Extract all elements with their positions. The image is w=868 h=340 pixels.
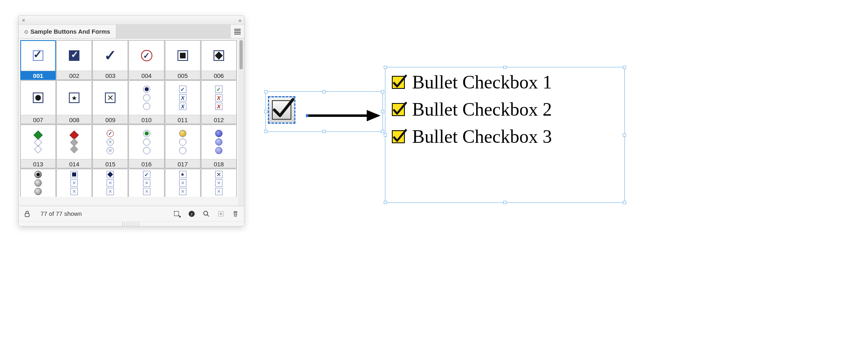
library-item-010[interactable]: 010 (128, 80, 164, 124)
library-item-004[interactable]: ✓ 004 (128, 40, 164, 80)
panel-tab-bar: ◇ Sample Buttons And Forms (19, 25, 244, 39)
panel-menu-button[interactable] (230, 25, 244, 38)
sample-buttons-forms-panel: × « ◇ Sample Buttons And Forms ✓ 001 ✓ 0… (18, 15, 244, 226)
library-item-008[interactable]: ★ 008 (56, 80, 92, 124)
text-frame[interactable]: Bullet Checkbox 1 Bullet Checkbox 2 Bull… (385, 67, 625, 203)
library-item-label: 015 (93, 159, 128, 168)
library-item-017[interactable]: 017 (165, 125, 201, 168)
library-item-021[interactable]: ✕ ✕ (92, 169, 128, 197)
close-icon[interactable]: × (22, 17, 25, 24)
panel-title: Sample Buttons And Forms (30, 28, 110, 35)
dragged-checkbox-sample[interactable] (268, 96, 295, 124)
library-item-label: 016 (129, 159, 164, 168)
library-item-019[interactable] (20, 169, 56, 197)
bullet-checkbox-icon[interactable] (392, 130, 405, 143)
svg-point-4 (204, 211, 208, 215)
panel-resize-grip[interactable]: |||||||||| (19, 221, 244, 226)
library-item-label: 017 (165, 159, 200, 168)
trash-icon[interactable] (231, 210, 240, 217)
library-item-label: 010 (129, 115, 164, 124)
library-item-001[interactable]: ✓ 001 (20, 40, 56, 80)
library-item-020[interactable]: ✕ ✕ (56, 169, 92, 197)
bullet-checkbox-icon[interactable] (392, 76, 405, 89)
tab-dropdown-icon: ◇ (24, 29, 28, 34)
library-item-005[interactable]: 005 (165, 40, 201, 80)
library-item-018[interactable]: 018 (201, 125, 237, 168)
library-item-012[interactable]: ✓ X X 012 (201, 80, 237, 124)
panel-scrollbar[interactable] (238, 39, 244, 206)
library-item-label: 018 (201, 159, 236, 168)
scrollbar-thumb[interactable] (239, 40, 243, 69)
library-item-023[interactable]: ★ ✕ ✕ (165, 169, 201, 197)
bullet-text: Bullet Checkbox 3 (412, 126, 552, 147)
library-item-009[interactable]: ✕ 009 (92, 80, 128, 124)
info-icon[interactable]: i (187, 210, 196, 217)
library-item-label: 011 (165, 115, 200, 124)
library-item-022[interactable]: ✓ ✕ ✕ (128, 169, 164, 197)
form-library-grid: ✓ 001 ✓ 002 ✓ 003 ✓ 004 005 (19, 39, 238, 206)
library-item-label: 012 (201, 115, 236, 124)
library-item-015[interactable]: ✓ ✕ ✕ 015 (92, 125, 128, 168)
library-item-label: 003 (93, 71, 128, 80)
new-icon[interactable] (216, 210, 225, 217)
library-item-011[interactable]: ✓ X X 011 (165, 80, 201, 124)
library-item-007[interactable]: 007 (20, 80, 56, 124)
library-item-label: 002 (57, 71, 92, 80)
library-item-016[interactable]: 016 (128, 125, 164, 168)
panel-footer: 77 of 77 shown i (19, 206, 244, 221)
bullet-line-2: Bullet Checkbox 2 (392, 99, 618, 120)
panel-status: 77 of 77 shown (41, 210, 167, 217)
svg-rect-1 (174, 211, 179, 216)
bullet-line-3: Bullet Checkbox 3 (392, 126, 618, 147)
bullet-text: Bullet Checkbox 2 (412, 99, 552, 120)
svg-marker-7 (367, 110, 381, 121)
library-item-label: 014 (57, 159, 92, 168)
library-item-label: 013 (21, 159, 56, 168)
collapse-icon[interactable]: « (238, 17, 241, 24)
library-item-014[interactable]: 014 (56, 125, 92, 168)
library-item-label: 008 (57, 115, 92, 124)
library-item-003[interactable]: ✓ 003 (92, 40, 128, 80)
library-item-label: 001 (21, 71, 56, 80)
arrow-icon (306, 108, 381, 124)
library-item-label: 004 (129, 71, 164, 80)
library-item-006[interactable]: 006 (201, 40, 237, 80)
library-item-label: 006 (201, 71, 236, 80)
library-item-024[interactable]: ✕ ✕ ✕ (201, 169, 237, 197)
svg-text:i: i (191, 211, 192, 216)
bullet-line-1: Bullet Checkbox 1 (392, 71, 618, 93)
bullet-checkbox-icon[interactable] (392, 103, 405, 116)
lock-icon[interactable] (23, 211, 32, 217)
panel-tab-sample-buttons[interactable]: ◇ Sample Buttons And Forms (19, 25, 116, 38)
library-item-label: 005 (165, 71, 200, 80)
library-item-013[interactable]: 013 (20, 125, 56, 168)
svg-rect-0 (25, 213, 29, 217)
library-item-label: 009 (93, 115, 128, 124)
bullet-text: Bullet Checkbox 1 (412, 71, 552, 93)
library-item-label: 007 (21, 115, 56, 124)
place-library-icon[interactable] (173, 210, 182, 217)
demo-placement (265, 91, 383, 132)
panel-titlebar[interactable]: × « (19, 16, 244, 25)
library-item-002[interactable]: ✓ 002 (56, 40, 92, 80)
search-icon[interactable] (202, 210, 211, 217)
hamburger-icon (234, 29, 241, 34)
